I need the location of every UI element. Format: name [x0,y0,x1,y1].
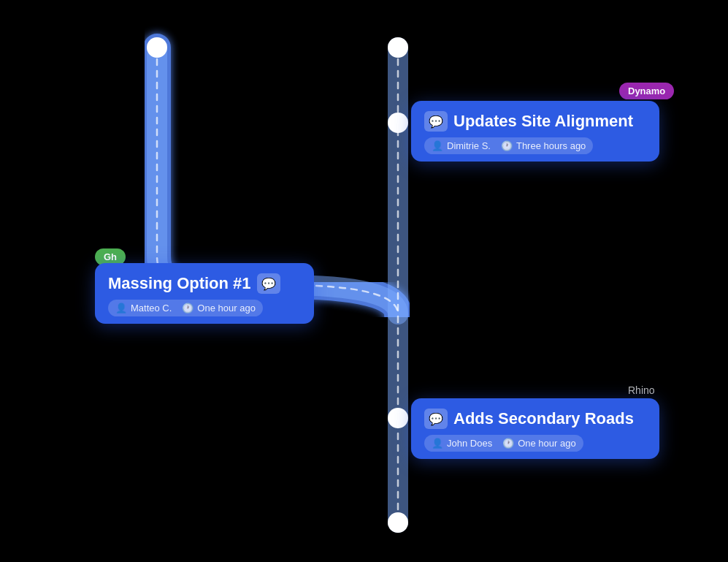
canvas: Dynamo 💬 Updates Site Alignment 👤 Dimitr… [0,0,728,562]
badge-rhino: Rhino [619,381,664,399]
card-massing-title: Massing Option #1 💬 [108,273,301,294]
user-icon-massing: 👤 [115,303,127,314]
author-secondary: 👤 John Does [432,438,492,449]
clock-icon-updates: 🕐 [501,140,513,151]
node-top-right [388,37,408,58]
chat-icon-massing: 💬 [257,273,280,294]
badge-dynamo: Dynamo [619,83,674,99]
card-secondary-meta: 👤 John Does 🕐 One hour ago [424,435,583,452]
node-updates [388,113,408,133]
chat-icon-updates: 💬 [424,111,448,132]
user-icon-updates: 👤 [432,140,443,151]
card-updates-site-alignment[interactable]: 💬 Updates Site Alignment 👤 Dimitrie S. 🕐… [411,101,659,162]
time-updates: 🕐 Three hours ago [501,140,586,151]
clock-icon-secondary: 🕐 [502,438,514,449]
card-adds-secondary-roads[interactable]: 💬 Adds Secondary Roads 👤 John Does 🕐 One… [411,398,659,459]
card-massing-option[interactable]: Massing Option #1 💬 👤 Matteo C. 🕐 One ho… [95,263,314,324]
time-secondary: 🕐 One hour ago [502,438,576,449]
chat-icon-secondary: 💬 [424,409,448,429]
clock-icon-massing: 🕐 [182,303,194,314]
time-massing: 🕐 One hour ago [182,303,256,314]
card-massing-meta: 👤 Matteo C. 🕐 One hour ago [108,300,263,316]
node-top-left [147,37,167,58]
author-massing: 👤 Matteo C. [115,303,172,314]
author-updates: 👤 Dimitrie S. [432,140,491,151]
card-updates-meta: 👤 Dimitrie S. 🕐 Three hours ago [424,137,593,154]
card-updates-title: 💬 Updates Site Alignment [424,111,646,132]
card-secondary-title: 💬 Adds Secondary Roads [424,409,646,429]
node-secondary-roads [388,408,408,428]
user-icon-secondary: 👤 [432,438,443,449]
node-bottom [388,512,408,533]
